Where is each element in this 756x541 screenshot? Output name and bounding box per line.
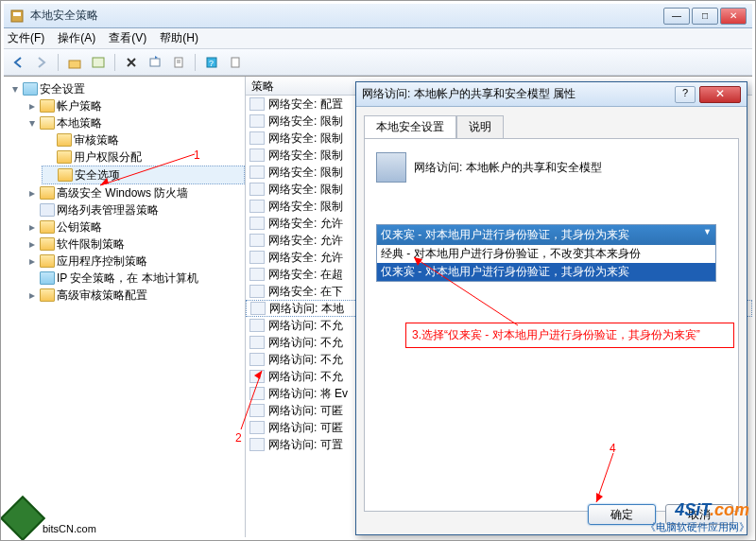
- watermark-site: 4SiT.com: [645, 500, 749, 520]
- separator: [58, 54, 59, 71]
- menu-view[interactable]: 查看(V): [109, 30, 146, 46]
- list-item-label: 网络访问: 可匿: [268, 403, 343, 419]
- policy-icon: [250, 302, 266, 315]
- tree-user-rights[interactable]: 用户权限分配: [42, 148, 245, 166]
- tab-security[interactable]: 本地安全设置: [364, 115, 456, 139]
- folder-icon: [40, 254, 55, 268]
- menu-action[interactable]: 操作(A): [58, 30, 95, 46]
- list-item-label: 网络访问: 将 Ev: [268, 386, 348, 402]
- share-model-dropdown[interactable]: 仅来宾 - 对本地用户进行身份验证，其身份为来宾 经典 - 对本地用户进行身份验…: [376, 224, 716, 282]
- tree-label: 审核策略: [74, 131, 119, 148]
- minimize-button[interactable]: —: [663, 8, 690, 25]
- policy-icon: [249, 114, 265, 128]
- folder-icon: [40, 186, 55, 200]
- dialog-close-button[interactable]: ✕: [699, 86, 741, 103]
- tree-account[interactable]: ▸帐户策略: [25, 97, 245, 114]
- tree-local[interactable]: ▾本地策略: [25, 114, 245, 131]
- tree-software[interactable]: ▸软件限制策略: [25, 236, 245, 253]
- svg-rect-2: [69, 61, 80, 68]
- policy-icon: [249, 438, 265, 451]
- properties-dialog: 网络访问: 本地帐户的共享和安全模型 属性 ? ✕ 本地安全设置 说明 网络访问…: [355, 81, 747, 535]
- refresh-button[interactable]: ?: [201, 52, 222, 73]
- menu-help[interactable]: 帮助(H): [160, 30, 198, 46]
- window-title: 本地安全策略: [30, 8, 663, 24]
- maximize-button[interactable]: □: [692, 8, 718, 25]
- watermark-left-text: bitsCN.com: [43, 523, 96, 534]
- tree-firewall[interactable]: ▸高级安全 Windows 防火墙: [25, 184, 245, 201]
- svg-rect-10: [232, 58, 239, 67]
- properties-button[interactable]: [168, 52, 189, 73]
- policy-label: 网络访问: 本地帐户的共享和安全模型: [414, 160, 602, 176]
- tree-pane[interactable]: ▾安全设置 ▸帐户策略 ▾本地策略 审核策略 用户权限分配 安全选项: [4, 77, 246, 537]
- policy-icon: [249, 370, 265, 383]
- dropdown-option-guest[interactable]: 仅来宾 - 对本地用户进行身份验证，其身份为来宾: [377, 263, 715, 281]
- policy-icon: [249, 404, 265, 417]
- export-button[interactable]: [145, 52, 165, 73]
- tree-label: IP 安全策略，在 本地计算机: [57, 270, 198, 287]
- list-item-label: 网络访问: 不允: [268, 352, 343, 368]
- tree-root[interactable]: ▾安全设置: [8, 80, 245, 97]
- policy-icon: [249, 217, 265, 230]
- tree-label: 公钥策略: [57, 218, 102, 236]
- security-icon: [23, 82, 38, 96]
- forward-button[interactable]: [31, 52, 52, 73]
- app-icon: [9, 9, 25, 24]
- tree-appctrl[interactable]: ▸应用程序控制策略: [25, 253, 245, 270]
- list-item-label: 网络访问: 可置: [268, 437, 343, 453]
- policy-icon: [249, 131, 265, 145]
- list-item-label: 网络安全: 限制: [268, 131, 343, 147]
- delete-button[interactable]: [121, 52, 142, 73]
- up-button[interactable]: [64, 52, 85, 73]
- tree-audit[interactable]: 审核策略: [42, 131, 245, 148]
- menu-file[interactable]: 文件(F): [8, 30, 44, 46]
- separator: [114, 54, 115, 71]
- policy-icon: [249, 234, 265, 247]
- dropdown-selected[interactable]: 仅来宾 - 对本地用户进行身份验证，其身份为来宾: [377, 225, 715, 245]
- dialog-title-bar[interactable]: 网络访问: 本地帐户的共享和安全模型 属性 ? ✕: [356, 82, 747, 107]
- show-button[interactable]: [88, 52, 109, 73]
- folder-icon: [57, 133, 72, 147]
- tree-netlist[interactable]: 网络列表管理器策略: [25, 201, 245, 218]
- policy-icon: [249, 319, 265, 332]
- help-button[interactable]: [225, 52, 246, 73]
- security-tree[interactable]: ▾安全设置 ▸帐户策略 ▾本地策略 审核策略 用户权限分配 安全选项: [4, 80, 245, 304]
- tree-label: 本地策略: [57, 114, 102, 131]
- tree-security-options[interactable]: 安全选项: [42, 166, 245, 184]
- folder-icon: [40, 203, 55, 217]
- list-item-label: 网络安全: 在下: [268, 284, 343, 300]
- folder-icon: [40, 237, 55, 251]
- tree-label: 高级安全 Windows 防火墙: [57, 184, 188, 201]
- folder-icon: [40, 99, 55, 113]
- tree-pubkey[interactable]: ▸公钥策略: [25, 218, 245, 236]
- close-button[interactable]: ✕: [720, 8, 747, 25]
- tree-label: 软件限制策略: [57, 236, 125, 253]
- dropdown-option-classic[interactable]: 经典 - 对本地用户进行身份验证，不改变其本来身份: [377, 245, 715, 263]
- policy-icon: [249, 336, 265, 349]
- list-item-label: 网络安全: 限制: [268, 113, 343, 130]
- svg-rect-4: [150, 59, 160, 66]
- watermark-left: bitsCN.com: [7, 502, 96, 534]
- svg-rect-3: [93, 58, 104, 67]
- tab-explain[interactable]: 说明: [456, 115, 504, 139]
- policy-icon: [249, 268, 265, 281]
- tree-advaudit[interactable]: ▸高级审核策略配置: [25, 287, 245, 304]
- list-item-label: 网络安全: 限制: [268, 165, 343, 181]
- policy-icon: [249, 353, 265, 366]
- policy-icon: [249, 285, 265, 298]
- folder-open-icon: [40, 116, 55, 130]
- tree-label: 应用程序控制策略: [57, 253, 147, 270]
- policy-icon: [249, 97, 265, 111]
- tree-label: 安全选项: [75, 166, 120, 183]
- tree-ipsec[interactable]: IP 安全策略，在 本地计算机: [25, 270, 245, 287]
- svg-text:?: ?: [209, 59, 214, 68]
- list-item-label: 网络访问: 不允: [268, 318, 343, 334]
- back-button[interactable]: [8, 52, 28, 73]
- dialog-help-button[interactable]: ?: [675, 86, 696, 103]
- watermark-right: 4SiT.com 《电脑软硬件应用网》: [645, 500, 749, 534]
- toolbar: ?: [4, 49, 752, 76]
- policy-icon: [249, 148, 265, 162]
- list-item-label: 网络安全: 限制: [268, 199, 343, 215]
- tree-label: 网络列表管理器策略: [57, 201, 159, 218]
- policy-icon: [249, 183, 265, 196]
- list-item-label: 网络访问: 不允: [268, 335, 343, 351]
